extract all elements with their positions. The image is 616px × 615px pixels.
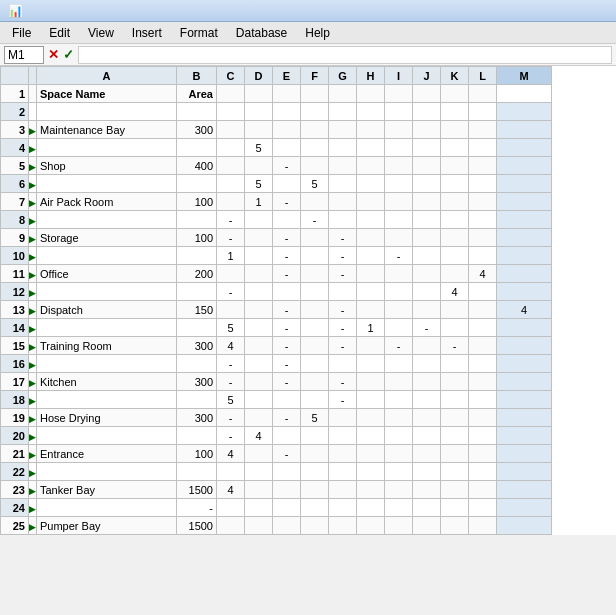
cell-b[interactable]: 200 bbox=[177, 265, 217, 283]
row-expand[interactable]: ▶ bbox=[29, 481, 37, 499]
table-row[interactable]: 19▶Hose Drying300--5 bbox=[1, 409, 552, 427]
cell-l[interactable] bbox=[469, 211, 497, 229]
cell-a[interactable] bbox=[37, 463, 177, 481]
cell-a[interactable] bbox=[37, 319, 177, 337]
cell-k[interactable] bbox=[441, 139, 469, 157]
cell-j[interactable] bbox=[413, 103, 441, 121]
cell-b[interactable] bbox=[177, 211, 217, 229]
col-header-k[interactable]: K bbox=[441, 67, 469, 85]
cell-e[interactable]: - bbox=[273, 265, 301, 283]
table-row[interactable]: 11▶Office200--4 bbox=[1, 265, 552, 283]
cell-b[interactable] bbox=[177, 319, 217, 337]
cell-c[interactable]: - bbox=[217, 211, 245, 229]
cell-f[interactable] bbox=[301, 283, 329, 301]
cell-k[interactable] bbox=[441, 481, 469, 499]
cell-m[interactable] bbox=[497, 499, 552, 517]
cell-b[interactable]: 300 bbox=[177, 409, 217, 427]
cell-l[interactable] bbox=[469, 103, 497, 121]
cell-l[interactable] bbox=[469, 319, 497, 337]
row-expand[interactable]: ▶ bbox=[29, 121, 37, 139]
cell-j[interactable] bbox=[413, 409, 441, 427]
menu-insert[interactable]: Insert bbox=[124, 24, 170, 42]
cell-e[interactable]: - bbox=[273, 247, 301, 265]
cell-a[interactable]: Tanker Bay bbox=[37, 481, 177, 499]
cell-i[interactable] bbox=[385, 121, 413, 139]
cell-h[interactable] bbox=[357, 193, 385, 211]
cell-j[interactable] bbox=[413, 175, 441, 193]
row-expand[interactable]: ▶ bbox=[29, 247, 37, 265]
cell-a[interactable]: Maintenance Bay bbox=[37, 121, 177, 139]
row-expand[interactable]: ▶ bbox=[29, 337, 37, 355]
cell-j[interactable] bbox=[413, 157, 441, 175]
cell-c[interactable] bbox=[217, 157, 245, 175]
cell-g[interactable] bbox=[329, 427, 357, 445]
col-header-i[interactable]: I bbox=[385, 67, 413, 85]
cell-g[interactable] bbox=[329, 103, 357, 121]
cell-e[interactable]: - bbox=[273, 409, 301, 427]
cell-k[interactable] bbox=[441, 427, 469, 445]
cell-l[interactable] bbox=[469, 391, 497, 409]
cancel-icon[interactable]: ✕ bbox=[48, 47, 59, 62]
table-row[interactable]: 23▶Tanker Bay15004 bbox=[1, 481, 552, 499]
cell-g[interactable]: - bbox=[329, 265, 357, 283]
cell-g[interactable] bbox=[329, 121, 357, 139]
cell-f[interactable] bbox=[301, 247, 329, 265]
row-expand[interactable]: ▶ bbox=[29, 373, 37, 391]
cell-a[interactable] bbox=[37, 499, 177, 517]
cell-e[interactable] bbox=[273, 427, 301, 445]
table-row[interactable]: 10▶1--- bbox=[1, 247, 552, 265]
cell-i[interactable] bbox=[385, 481, 413, 499]
cell-a[interactable] bbox=[37, 139, 177, 157]
cell-m[interactable] bbox=[497, 265, 552, 283]
cell-c[interactable] bbox=[217, 265, 245, 283]
col-header-h[interactable]: H bbox=[357, 67, 385, 85]
cell-f[interactable] bbox=[301, 193, 329, 211]
cell-j[interactable] bbox=[413, 211, 441, 229]
cell-g[interactable] bbox=[329, 157, 357, 175]
cell-l[interactable] bbox=[469, 481, 497, 499]
cell-j[interactable] bbox=[413, 517, 441, 535]
menu-database[interactable]: Database bbox=[228, 24, 295, 42]
cell-m[interactable] bbox=[497, 139, 552, 157]
row-expand[interactable]: ▶ bbox=[29, 355, 37, 373]
cell-g[interactable] bbox=[329, 175, 357, 193]
cell-f[interactable] bbox=[301, 517, 329, 535]
cell-b[interactable]: 1500 bbox=[177, 517, 217, 535]
row-expand[interactable]: ▶ bbox=[29, 391, 37, 409]
cell-d[interactable] bbox=[245, 229, 273, 247]
cell-b[interactable] bbox=[177, 427, 217, 445]
cell-j[interactable] bbox=[413, 229, 441, 247]
cell-g[interactable]: - bbox=[329, 301, 357, 319]
cell-e[interactable] bbox=[273, 481, 301, 499]
cell-f[interactable] bbox=[301, 265, 329, 283]
cell-a[interactable] bbox=[37, 103, 177, 121]
cell-i[interactable]: - bbox=[385, 337, 413, 355]
cell-g[interactable] bbox=[329, 139, 357, 157]
cell-j[interactable] bbox=[413, 121, 441, 139]
cell-a[interactable]: Space Name bbox=[37, 85, 177, 103]
cell-i[interactable] bbox=[385, 319, 413, 337]
cell-d[interactable] bbox=[245, 121, 273, 139]
cell-d[interactable] bbox=[245, 157, 273, 175]
cell-g[interactable]: - bbox=[329, 337, 357, 355]
cell-b[interactable]: 100 bbox=[177, 229, 217, 247]
cell-l[interactable] bbox=[469, 517, 497, 535]
col-header-b[interactable]: B bbox=[177, 67, 217, 85]
cell-l[interactable] bbox=[469, 85, 497, 103]
col-header-g[interactable]: G bbox=[329, 67, 357, 85]
row-expand[interactable] bbox=[29, 85, 37, 103]
cell-g[interactable] bbox=[329, 499, 357, 517]
cell-f[interactable] bbox=[301, 319, 329, 337]
cell-l[interactable] bbox=[469, 193, 497, 211]
cell-j[interactable] bbox=[413, 391, 441, 409]
cell-d[interactable] bbox=[245, 319, 273, 337]
cell-e[interactable]: - bbox=[273, 319, 301, 337]
table-row[interactable]: 25▶Pumper Bay1500 bbox=[1, 517, 552, 535]
cell-h[interactable] bbox=[357, 373, 385, 391]
cell-b[interactable]: - bbox=[177, 499, 217, 517]
cell-j[interactable] bbox=[413, 463, 441, 481]
cell-e[interactable] bbox=[273, 175, 301, 193]
cell-l[interactable] bbox=[469, 427, 497, 445]
table-row[interactable]: 18▶5- bbox=[1, 391, 552, 409]
cell-d[interactable] bbox=[245, 481, 273, 499]
